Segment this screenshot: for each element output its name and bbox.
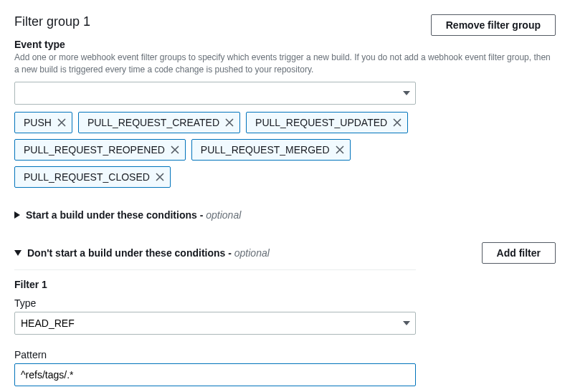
type-field-label: Type xyxy=(14,297,556,309)
close-icon[interactable] xyxy=(336,145,344,154)
close-icon[interactable] xyxy=(57,118,66,127)
filter-heading: Filter 1 xyxy=(14,279,556,290)
filter-type-select[interactable]: HEAD_REF xyxy=(14,312,416,335)
caret-right-icon xyxy=(14,211,20,219)
remove-filter-group-button[interactable]: Remove filter group xyxy=(431,14,556,36)
event-type-tokens: PUSHPULL_REQUEST_CREATEDPULL_REQUEST_UPD… xyxy=(14,112,416,188)
start-conditions-title: Start a build under these conditions - o… xyxy=(26,209,241,221)
event-type-token: PULL_REQUEST_MERGED xyxy=(191,139,351,161)
event-type-token: PULL_REQUEST_CREATED xyxy=(78,112,240,133)
close-icon[interactable] xyxy=(225,118,234,127)
pattern-field-label: Pattern xyxy=(14,349,556,360)
section-divider xyxy=(14,269,416,270)
event-type-help: Add one or more webhook event filter gro… xyxy=(14,52,556,76)
event-type-token: PULL_REQUEST_UPDATED xyxy=(246,112,408,133)
filter-group-title: Filter group 1 xyxy=(14,14,90,29)
event-type-token: PULL_REQUEST_CLOSED xyxy=(14,166,171,188)
event-type-token: PUSH xyxy=(14,112,72,133)
token-label: PULL_REQUEST_UPDATED xyxy=(255,117,387,128)
token-label: PULL_REQUEST_REOPENED xyxy=(24,144,165,156)
caret-down-icon xyxy=(14,250,22,256)
start-conditions-toggle[interactable]: Start a build under these conditions - o… xyxy=(14,205,416,225)
event-type-select[interactable] xyxy=(14,82,416,105)
token-label: PULL_REQUEST_CREATED xyxy=(87,117,219,128)
dont-start-conditions-toggle[interactable]: Don't start a build under these conditio… xyxy=(14,243,416,263)
token-label: PULL_REQUEST_CLOSED xyxy=(24,171,150,183)
event-type-label: Event type xyxy=(14,39,556,50)
close-icon[interactable] xyxy=(156,173,164,181)
close-icon[interactable] xyxy=(393,118,402,127)
token-label: PUSH xyxy=(24,117,52,128)
dont-start-conditions-title: Don't start a build under these conditio… xyxy=(27,247,270,259)
pattern-input[interactable] xyxy=(14,363,416,386)
token-label: PULL_REQUEST_MERGED xyxy=(201,144,330,156)
event-type-token: PULL_REQUEST_REOPENED xyxy=(14,139,186,161)
add-filter-button[interactable]: Add filter xyxy=(482,242,556,264)
close-icon[interactable] xyxy=(171,145,179,154)
